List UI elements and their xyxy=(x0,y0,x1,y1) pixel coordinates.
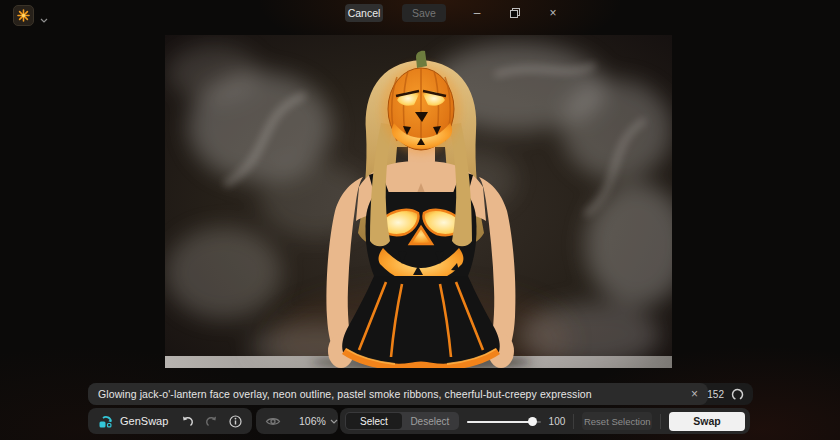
swap-button[interactable]: Swap xyxy=(669,412,745,431)
eye-icon xyxy=(265,416,281,427)
chevron-down-icon xyxy=(330,419,338,424)
cancel-button[interactable]: Cancel xyxy=(345,4,383,22)
canvas-image[interactable] xyxy=(165,35,672,368)
chevron-down-icon xyxy=(40,18,48,23)
app-window: Cancel Save – × xyxy=(0,0,840,440)
select-tab[interactable]: Select xyxy=(346,413,402,429)
undo-icon xyxy=(181,415,194,427)
redo-icon xyxy=(205,415,218,427)
select-mode-toggle: Select Deselect xyxy=(345,412,459,430)
divider xyxy=(660,414,661,429)
divider xyxy=(573,414,574,429)
restore-window-icon xyxy=(510,8,520,18)
tool-panel: GenSwap xyxy=(88,408,252,434)
tool-name-label: GenSwap xyxy=(120,415,168,427)
char-limit-ring-icon xyxy=(731,388,744,401)
genswap-icon xyxy=(98,414,113,429)
prompt-bar: Glowing jack-o'-lantern face overlay, ne… xyxy=(88,383,753,405)
undo-button[interactable] xyxy=(181,415,194,427)
info-icon xyxy=(229,415,242,428)
brush-size-slider[interactable] xyxy=(467,416,541,426)
slider-fill xyxy=(467,421,533,423)
app-logo-button[interactable] xyxy=(13,5,34,26)
close-button[interactable]: × xyxy=(538,3,568,23)
slider-value: 100 xyxy=(549,416,566,427)
restore-button[interactable] xyxy=(500,3,530,23)
view-panel: 106% xyxy=(256,408,338,434)
zoom-dropdown[interactable]: 106% xyxy=(299,415,338,427)
prompt-text[interactable]: Glowing jack-o'-lantern face overlay, ne… xyxy=(98,388,689,400)
char-count: 152 xyxy=(707,389,724,400)
prompt-input[interactable]: Glowing jack-o'-lantern face overlay, ne… xyxy=(88,383,708,405)
slider-thumb[interactable] xyxy=(528,417,537,426)
info-button[interactable] xyxy=(229,415,242,428)
minimize-button[interactable]: – xyxy=(462,3,492,23)
app-menu-dropdown[interactable] xyxy=(40,9,48,27)
zoom-level: 106% xyxy=(299,415,326,427)
clear-prompt-icon[interactable]: × xyxy=(689,387,700,401)
preview-eye-button[interactable] xyxy=(265,416,281,427)
reset-selection-button[interactable]: Reset Selection xyxy=(582,412,652,430)
title-bar: Cancel Save – × xyxy=(0,0,840,28)
deselect-tab[interactable]: Deselect xyxy=(402,413,458,429)
sparkle-asterisk-icon xyxy=(17,9,30,22)
photo-woman-pumpkin xyxy=(165,35,672,368)
redo-button[interactable] xyxy=(205,415,218,427)
selection-panel: Select Deselect 100 Reset Selection Swap xyxy=(340,408,750,434)
save-button[interactable]: Save xyxy=(402,4,446,22)
